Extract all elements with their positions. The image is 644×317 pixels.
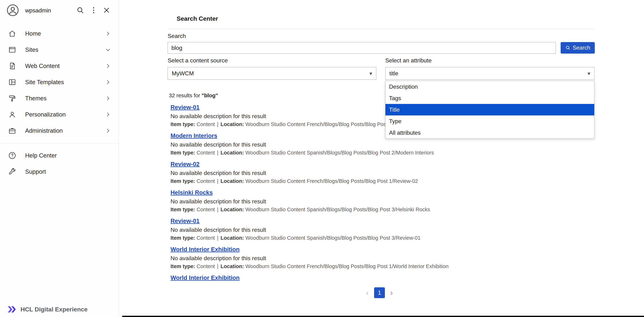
sidebar-item-label: Support [25,168,46,175]
sidebar-item-label: Administration [25,127,63,134]
sidebar-divider [0,143,119,144]
sidebar-item-themes[interactable]: Themes [0,90,119,106]
result-description: No available description for this result [170,254,594,262]
person-icon [8,110,16,119]
result-title-link[interactable]: Helsinki Rocks [170,189,213,196]
chevron-right-icon [105,30,111,37]
web-content-icon [8,62,16,70]
result-meta: Item type: Content|Location: Woodburn St… [170,206,594,213]
content-source-value: MyWCM [172,70,194,77]
attribute-label: Select an attribute [385,57,432,64]
dropdown-option-tags[interactable]: Tags [386,92,594,104]
pagination: ‹ 1 › [366,287,393,298]
search-input[interactable] [168,42,556,54]
brand-text: HCL Digital Experience [20,306,88,313]
chevron-right-icon [105,79,111,85]
sidebar-nav: Home Sites Web [0,26,119,139]
search-result: World Interior Exhibition [170,274,594,282]
search-button[interactable]: Search [560,42,595,54]
hcl-logo-icon [7,305,16,313]
help-icon [8,151,16,160]
result-meta: Item type: Content|Location: Woodburn St… [170,234,594,241]
close-icon[interactable] [102,6,111,14]
sidebar-item-personalization[interactable]: Personalization [0,106,119,123]
site-templates-icon [8,78,16,87]
result-title-link[interactable]: World Interior Exhibition [170,274,240,282]
wrench-icon [8,167,16,176]
chevron-right-icon [105,95,111,102]
result-meta: Item type: Content|Location: Woodburn St… [170,263,594,270]
search-field-label: Search [168,33,186,39]
search-result: Review-01 No available description for t… [170,217,594,241]
sidebar-item-administration[interactable]: Administration [0,123,119,139]
search-icon[interactable] [76,6,84,14]
search-button-label: Search [573,45,590,51]
themes-icon [8,94,16,103]
briefcase-icon [8,126,16,135]
sidebar-item-label: Personalization [25,111,66,118]
result-meta: Item type: Content|Location: Woodburn St… [170,149,594,156]
attribute-select[interactable]: title ▾ [385,67,594,80]
sidebar-item-support[interactable]: Support [0,164,119,180]
sidebar-secondary-nav: Help Center Support [0,147,119,180]
content-source-select[interactable]: MyWCM ▾ [168,67,376,80]
dropdown-option-all-attributes[interactable]: All attributes [386,127,594,138]
sidebar-item-label: Sites [25,46,38,53]
divider [168,29,594,29]
sidebar-item-web-content[interactable]: Web Content [0,58,119,74]
sidebar-item-label: Web Content [25,63,60,69]
search-result: Helsinki Rocks No available description … [170,189,594,213]
sites-icon [8,46,16,54]
chevron-right-icon [105,63,111,69]
sidebar-item-site-templates[interactable]: Site Templates [0,74,119,90]
dropdown-option-description[interactable]: Description [386,81,594,92]
sidebar-item-label: Site Templates [25,79,64,86]
search-icon [565,45,571,51]
sidebar: wpsadmin Home [0,0,119,317]
result-title-link[interactable]: Review-01 [170,103,200,111]
chevron-right-icon [105,111,111,118]
sidebar-item-help-center[interactable]: Help Center [0,147,119,164]
brand: HCL Digital Experience [7,305,88,313]
kebab-menu-icon[interactable] [90,6,98,14]
sidebar-item-sites[interactable]: Sites [0,42,119,58]
result-title-link[interactable]: Modern Interiors [170,132,217,140]
chevron-down-icon: ▾ [370,70,372,77]
page-title: Search Center [177,15,218,22]
content-source-label: Select a content source [168,57,228,64]
result-description: No available description for this result [170,226,594,234]
pagination-next-icon[interactable]: › [390,287,393,298]
sidebar-item-label: Themes [25,95,46,102]
results-summary: 32 results for "blog" [169,92,218,99]
pagination-page-1[interactable]: 1 [374,287,385,298]
bottom-edge-strip [122,316,644,317]
sidebar-header: wpsadmin [0,0,119,23]
result-description: No available description for this result [170,140,594,149]
dropdown-option-title[interactable]: Title [386,104,594,115]
attribute-value: title [390,70,398,77]
user-avatar-icon [6,4,19,17]
result-title-link[interactable]: Review-01 [170,217,200,225]
result-title-link[interactable]: World Interior Exhibition [170,245,240,253]
search-result: Review-02 No available description for t… [170,160,594,185]
dropdown-option-type[interactable]: Type [386,115,594,127]
pagination-prev-icon[interactable]: ‹ [366,287,369,298]
chevron-down-icon: ▾ [588,70,590,77]
search-result: World Interior Exhibition No available d… [170,245,594,270]
username: wpsadmin [25,7,51,14]
sidebar-item-label: Home [25,30,41,37]
home-icon [8,29,16,38]
chevron-right-icon [105,128,111,134]
sidebar-item-label: Help Center [25,152,57,159]
main-content: Search Center Search Search Select a con… [119,0,644,317]
sidebar-item-home[interactable]: Home [0,26,119,42]
attribute-dropdown: Description Tags Title Type All attribut… [385,81,594,139]
result-title-link[interactable]: Review-02 [170,160,200,168]
result-description: No available description for this result [170,169,594,177]
result-description: No available description for this result [170,197,594,205]
chevron-down-icon [105,47,111,53]
result-meta: Item type: Content|Location: Woodburn St… [170,177,594,185]
